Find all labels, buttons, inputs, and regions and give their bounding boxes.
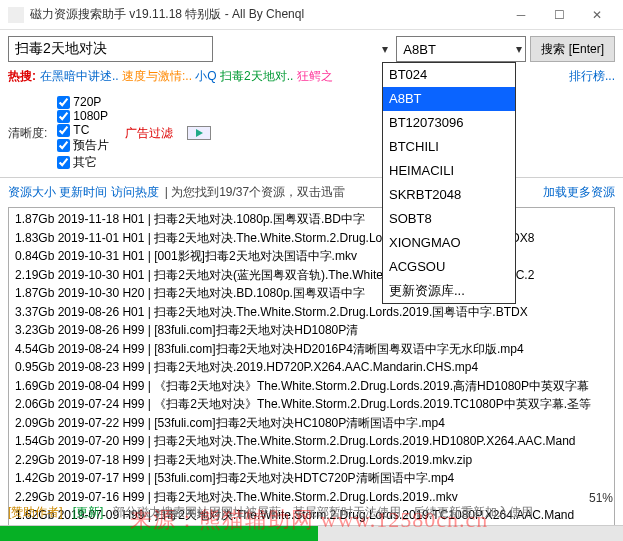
progress-bar [0,525,623,541]
result-row[interactable]: 2.09Gb 2019-07-22 H99 | [53fuli.com]扫毒2天… [9,414,614,433]
result-row[interactable]: 2.19Gb 2019-10-30 H01 | 扫毒2天地对决(蓝光国粤双音轨)… [9,266,614,285]
result-row[interactable]: 1.69Gb 2019-08-04 H99 | 《扫毒2天地对决》The.Whi… [9,377,614,396]
clarity-option[interactable]: 其它 [57,154,109,171]
hot-link[interactable]: 狂鳄之 [297,69,333,83]
result-row[interactable]: 1.87Gb 2019-10-30 H20 | 扫毒2天地对决.BD.1080p… [9,284,614,303]
result-row[interactable]: 3.23Gb 2019-08-26 H99 | [83fuli.com]扫毒2天… [9,321,614,340]
hot-label: 热搜: [8,68,36,85]
footer-note: 部分磁力搜索网站因网址被屏蔽，某尾部暂时无法使用，后续更新重新加入使用 [113,504,533,521]
update-link[interactable]: [更新] [73,504,104,521]
close-button[interactable]: ✕ [579,3,615,27]
donate-link[interactable]: [赞助作者] [8,504,63,521]
source-dropdown-icon[interactable]: ▾ [516,42,522,56]
result-row[interactable]: 4.54Gb 2019-08-24 H99 | [83fuli.com]扫毒2天… [9,340,614,359]
clarity-text: TC [73,123,89,137]
source-select[interactable] [396,36,526,62]
clarity-checkbox[interactable] [57,156,70,169]
search-button[interactable]: 搜索 [Enter] [530,36,615,62]
dropdown-item[interactable]: BT12073096 [383,111,515,135]
load-more-link[interactable]: 加载更多资源 [543,184,615,201]
sort-link[interactable]: 更新时间 [59,185,107,199]
clarity-checkbox[interactable] [57,124,70,137]
minimize-button[interactable]: ─ [503,3,539,27]
result-row[interactable]: 1.42Gb 2019-07-17 H99 | [53fuli.com]扫毒2天… [9,469,614,488]
result-row[interactable]: 2.29Gb 2019-07-18 H99 | 扫毒2天地对决.The.Whit… [9,451,614,470]
play-icon[interactable] [187,126,211,140]
dropdown-item[interactable]: SOBT8 [383,207,515,231]
result-row[interactable]: 1.54Gb 2019-07-20 H99 | 扫毒2天地对决.The.Whit… [9,432,614,451]
progress-fill [0,526,318,541]
source-dropdown-list: BT024A8BTBT12073096BTCHILIHEIMACILISKRBT… [382,62,516,304]
clarity-checkbox[interactable] [57,139,70,152]
clarity-option[interactable]: TC [57,123,109,137]
dropdown-item[interactable]: XIONGMAO [383,231,515,255]
hot-link[interactable]: 小Q [195,69,220,83]
result-row[interactable]: 0.95Gb 2019-08-23 H99 | 扫毒2天地对决.2019.HD7… [9,358,614,377]
sort-link[interactable]: 资源大小 [8,185,56,199]
search-dropdown-icon[interactable]: ▾ [382,42,388,56]
result-row[interactable]: 3.37Gb 2019-08-26 H01 | 扫毒2天地对决.The.Whit… [9,303,614,322]
dropdown-item[interactable]: SKRBT2048 [383,183,515,207]
clarity-text: 其它 [73,154,97,171]
dropdown-item[interactable]: A8BT [383,87,515,111]
clarity-label: 清晰度: [8,125,47,142]
result-row[interactable]: 0.84Gb 2019-10-31 H01 | [001影视]扫毒2天地对决国语… [9,247,614,266]
result-stats: | 为您找到19/37个资源，双击迅雷 [165,184,345,201]
rank-link[interactable]: 排行榜... [569,68,615,85]
ad-filter-label[interactable]: 广告过滤 [125,125,173,142]
clarity-checkbox[interactable] [57,96,70,109]
maximize-button[interactable]: ☐ [541,3,577,27]
dropdown-item[interactable]: ACGSOU [383,255,515,279]
dropdown-item[interactable]: HEIMACILI [383,159,515,183]
clarity-text: 预告片 [73,137,109,154]
clarity-text: 720P [73,95,101,109]
app-icon [8,7,24,23]
results-list: 1.87Gb 2019-11-18 H01 | 扫毒2天地对决.1080p.国粤… [8,207,615,541]
dropdown-item[interactable]: BTCHILI [383,135,515,159]
window-title: 磁力资源搜索助手 v19.11.18 特别版 - All By Chenql [30,6,503,23]
hot-link[interactable]: 速度与激情:.. [122,69,195,83]
hot-link[interactable]: 在黑暗中讲述.. [40,69,122,83]
clarity-option[interactable]: 720P [57,95,109,109]
sort-link[interactable]: 访问热度 [111,185,159,199]
hot-link[interactable]: 扫毒2天地对.. [220,69,297,83]
result-row[interactable]: 1.83Gb 2019-11-01 H01 | 扫毒2天地对决.The.Whit… [9,229,614,248]
dropdown-item[interactable]: 更新资源库... [383,279,515,303]
clarity-option[interactable]: 预告片 [57,137,109,154]
result-row[interactable]: 1.87Gb 2019-11-18 H01 | 扫毒2天地对决.1080p.国粤… [9,210,614,229]
clarity-text: 1080P [73,109,108,123]
result-row[interactable]: 2.06Gb 2019-07-24 H99 | 《扫毒2天地对决》The.Whi… [9,395,614,414]
clarity-checkbox[interactable] [57,110,70,123]
dropdown-item[interactable]: BT024 [383,63,515,87]
search-input[interactable] [8,36,213,62]
clarity-option[interactable]: 1080P [57,109,109,123]
